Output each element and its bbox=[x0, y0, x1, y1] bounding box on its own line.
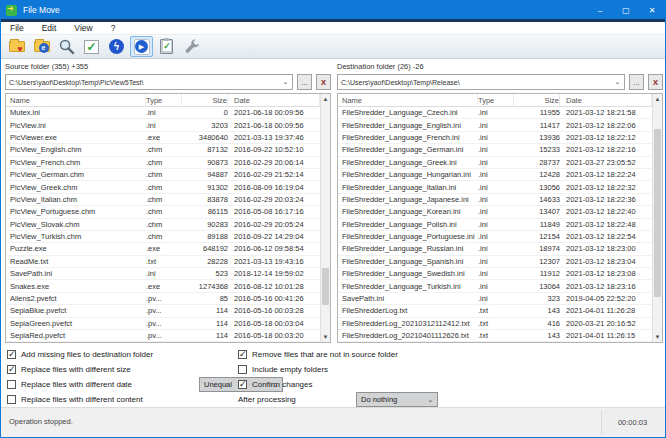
option-confirm-changes[interactable]: Confirm changes bbox=[238, 378, 312, 391]
option-replace-different-date[interactable]: Replace files with different date bbox=[7, 378, 132, 391]
file-row[interactable]: FileShredder_Language_Polish.ini.ini1184… bbox=[338, 219, 652, 231]
destination-path-row: C:\Users\yaof\Desktop\Temp\Release\ ⌄ ..… bbox=[337, 74, 663, 90]
file-row[interactable]: PicView_Italian.chm.chm838782016-02-29 2… bbox=[6, 194, 320, 206]
destination-clear-button[interactable]: X bbox=[648, 74, 663, 90]
destination-folder-label: Destination folder (26) -26 bbox=[337, 62, 663, 73]
file-row[interactable]: SavePath.ini.ini5232018-12-14 19:59:02 bbox=[6, 268, 320, 280]
destination-path-combobox[interactable]: C:\Users\yaof\Desktop\Temp\Release\ ⌄ bbox=[337, 74, 625, 90]
run-play-icon: ▶ bbox=[134, 39, 150, 55]
source-clear-button[interactable]: X bbox=[316, 74, 331, 90]
file-row[interactable]: PicView_Portuguese.chm.chm861152016-05-0… bbox=[6, 206, 320, 218]
chevron-down-icon[interactable]: ⌄ bbox=[611, 78, 624, 86]
file-row[interactable]: FileShredder_Language_Russian.ini.ini189… bbox=[338, 243, 652, 255]
minimize-button[interactable]: – bbox=[587, 1, 613, 19]
source-folder-button[interactable]: ♥ bbox=[5, 36, 28, 57]
file-row[interactable]: FileShredderLog_20210401112626.txt.txt14… bbox=[338, 330, 652, 342]
menu-help[interactable]: ? bbox=[102, 23, 125, 33]
file-row[interactable]: FileShredderLog.txt.txt1432021-04-01 11:… bbox=[338, 305, 652, 317]
log-button[interactable] bbox=[155, 36, 178, 57]
file-row[interactable]: Aliens2.pvefct.pv...852016-05-16 00:41:2… bbox=[6, 293, 320, 305]
verify-button[interactable]: ✓ bbox=[80, 36, 103, 57]
file-row[interactable]: FileShredder_Language_Korean.ini.ini1340… bbox=[338, 206, 652, 218]
menu-view[interactable]: View bbox=[65, 23, 101, 33]
column-header-type[interactable]: Type bbox=[478, 94, 514, 107]
file-row[interactable]: FileShredder_Language_Turkish.ini.ini130… bbox=[338, 280, 652, 292]
close-button[interactable]: ✕ bbox=[639, 1, 665, 19]
destination-scrollbar[interactable]: ▲ ▼ bbox=[652, 94, 662, 342]
file-row[interactable]: ReadMe.txt.txt282282021-03-13 19:43:16 bbox=[6, 256, 320, 268]
run-button[interactable]: ▶ bbox=[130, 36, 153, 57]
source-browse-button[interactable]: ... bbox=[297, 74, 312, 90]
scroll-down-icon[interactable]: ▼ bbox=[653, 332, 662, 342]
options-button[interactable] bbox=[180, 36, 203, 57]
column-header-size[interactable]: Size bbox=[514, 94, 560, 107]
source-path-value: C:\Users\yaof\Desktop\Temp\PicView5Test\ bbox=[6, 79, 279, 86]
file-row[interactable]: PicView_French.chm.chm908732016-02-29 20… bbox=[6, 157, 320, 169]
destination-list-header: Name Type Size Date bbox=[338, 94, 662, 107]
column-header-date[interactable]: Date bbox=[228, 94, 320, 107]
scroll-up-icon[interactable]: ▲ bbox=[321, 94, 330, 104]
source-scrollbar[interactable]: ▲ ▼ bbox=[320, 94, 330, 342]
preview-button[interactable] bbox=[55, 36, 78, 57]
file-row[interactable]: Mutex.ini.ini02021-06-18 00:09:56 bbox=[6, 107, 320, 119]
checkbox-icon[interactable] bbox=[7, 380, 16, 389]
file-row[interactable]: PicView_German.chm.chm948872016-02-29 21… bbox=[6, 169, 320, 181]
file-row[interactable]: SepiaRed.pvefct.pv...1142016-05-18 00:03… bbox=[6, 330, 320, 342]
file-row[interactable]: FileShredder_Language_Hungarian.ini.ini1… bbox=[338, 169, 652, 181]
checkbox-icon[interactable] bbox=[238, 365, 247, 374]
file-row[interactable]: FileShredder_Language_Italian.ini.ini130… bbox=[338, 181, 652, 193]
option-replace-different-content[interactable]: Replace files with different content bbox=[7, 393, 143, 406]
file-row[interactable]: SepiaBlue.pvefct.pv...1142016-05-16 00:0… bbox=[6, 305, 320, 317]
maximize-button[interactable]: ▢ bbox=[613, 1, 639, 19]
checkbox-icon[interactable] bbox=[238, 350, 247, 359]
column-header-size[interactable]: Size bbox=[182, 94, 228, 107]
file-row[interactable]: PicView.ini.ini32032021-06-18 00:09:56 bbox=[6, 119, 320, 131]
column-header-type[interactable]: Type bbox=[146, 94, 182, 107]
checkbox-icon[interactable] bbox=[7, 365, 16, 374]
menu-edit[interactable]: Edit bbox=[33, 23, 66, 33]
column-header-name[interactable]: Name bbox=[338, 94, 478, 107]
file-row[interactable]: FileShredder_Language_Japanese.ini.ini14… bbox=[338, 194, 652, 206]
file-row[interactable]: SavePath.ini.ini3232019-04-05 22:52:20 bbox=[338, 293, 652, 305]
column-header-name[interactable]: Name bbox=[6, 94, 146, 107]
column-header-date[interactable]: Date bbox=[560, 94, 652, 107]
source-path-combobox[interactable]: C:\Users\yaof\Desktop\Temp\PicView5Test\… bbox=[5, 74, 293, 90]
file-row[interactable]: FileShredder_Language_Greek.ini.ini28737… bbox=[338, 157, 652, 169]
source-folder-label: Source folder (355) +355 bbox=[5, 62, 331, 73]
scroll-down-icon[interactable]: ▼ bbox=[321, 332, 330, 342]
file-row[interactable]: FileShredder_Language_English.ini.ini114… bbox=[338, 119, 652, 131]
option-include-empty-folders[interactable]: Include empty folders bbox=[238, 363, 328, 376]
file-row[interactable]: PicView_Greek.chm.chm913022016-08-09 16:… bbox=[6, 181, 320, 193]
file-row[interactable]: Puzzle.exe.exe6481922016-06-12 09:58:54 bbox=[6, 243, 320, 255]
scrollbar-thumb[interactable] bbox=[654, 129, 661, 298]
file-row[interactable]: SepiaGreen.pvefct.pv...1142016-05-18 00:… bbox=[6, 318, 320, 330]
option-remove-missing-files[interactable]: Remove files that are not in source fold… bbox=[238, 348, 398, 361]
file-row[interactable]: PicView_Slovak.chm.chm902832016-02-29 20… bbox=[6, 219, 320, 231]
dest-folder-button[interactable]: e bbox=[30, 36, 53, 57]
file-row[interactable]: FileShredderLog_20210312112412.txt.txt41… bbox=[338, 318, 652, 330]
file-row[interactable]: FileShredder_Language_Spanish.ini.ini123… bbox=[338, 256, 652, 268]
destination-browse-button[interactable]: ... bbox=[629, 74, 644, 90]
scroll-up-icon[interactable]: ▲ bbox=[653, 94, 662, 104]
file-row[interactable]: Snakes.exe.exe12743682016-08-12 10:01:28 bbox=[6, 280, 320, 292]
file-row[interactable]: FileShredder_Language_German.ini.ini1523… bbox=[338, 144, 652, 156]
option-replace-different-size[interactable]: Replace files with different size bbox=[7, 363, 131, 376]
file-row[interactable]: FileShredder_Language_Czech.ini.ini11955… bbox=[338, 107, 652, 119]
compare-button[interactable]: ϟ bbox=[105, 36, 128, 57]
destination-panel: Destination folder (26) -26 C:\Users\yao… bbox=[337, 59, 663, 343]
file-row[interactable]: PicViewer.exe.exe34806402021-03-13 19:37… bbox=[6, 132, 320, 144]
checkbox-icon[interactable] bbox=[7, 350, 16, 359]
checkbox-icon[interactable] bbox=[7, 395, 16, 404]
option-add-missing-files[interactable]: Add missing files to destination folder bbox=[7, 348, 153, 361]
after-processing-dropdown[interactable]: Do nothing ⌄ bbox=[356, 392, 438, 407]
file-row[interactable]: FileShredder_Language_French.ini.ini1393… bbox=[338, 132, 652, 144]
file-row[interactable]: PicView_Turkish.chm.chm891882016-09-22 1… bbox=[6, 231, 320, 243]
file-row[interactable]: FileShredder_Language_Swedish.ini.ini119… bbox=[338, 268, 652, 280]
file-row[interactable]: FileShredder_Language_Portuguese.ini.ini… bbox=[338, 231, 652, 243]
file-row[interactable]: PicView_English.chm.chm871322016-09-22 1… bbox=[6, 144, 320, 156]
checkbox-icon[interactable] bbox=[238, 380, 247, 389]
scrollbar-thumb[interactable] bbox=[322, 268, 329, 305]
chevron-down-icon: ⌄ bbox=[424, 396, 437, 404]
chevron-down-icon[interactable]: ⌄ bbox=[279, 78, 292, 86]
menu-file[interactable]: File bbox=[1, 23, 33, 33]
